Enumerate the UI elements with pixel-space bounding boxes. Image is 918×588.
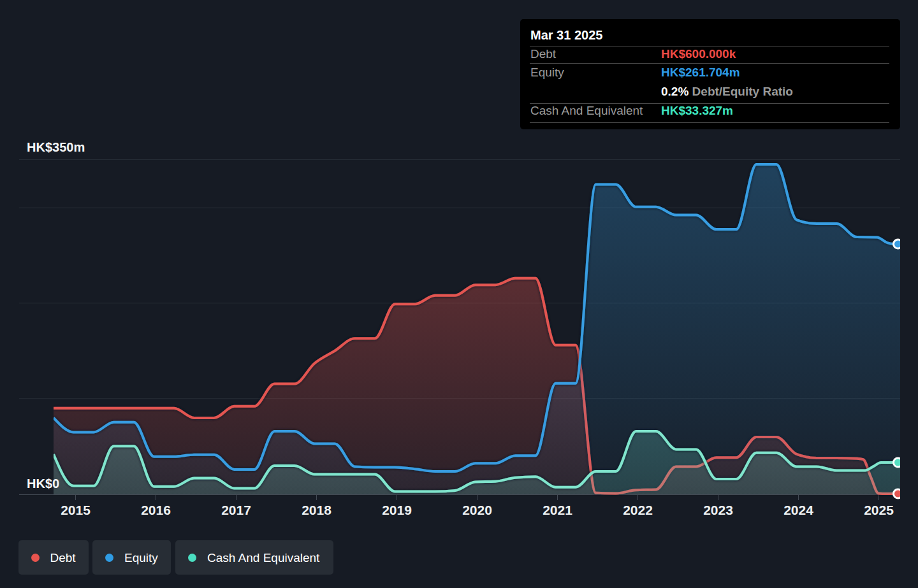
svg-text:2021: 2021 [543,503,572,517]
svg-text:2019: 2019 [382,503,412,517]
svg-text:2023: 2023 [703,503,733,517]
svg-text:2022: 2022 [623,503,653,517]
svg-text:2015: 2015 [61,503,91,517]
svg-text:2020: 2020 [462,503,492,517]
svg-text:2016: 2016 [141,503,171,517]
svg-text:2025: 2025 [864,503,894,517]
svg-text:2024: 2024 [783,503,813,517]
svg-text:HK$350m: HK$350m [27,140,85,154]
svg-text:HK$0: HK$0 [27,477,59,491]
svg-text:2018: 2018 [302,503,332,517]
svg-text:2017: 2017 [221,503,251,517]
